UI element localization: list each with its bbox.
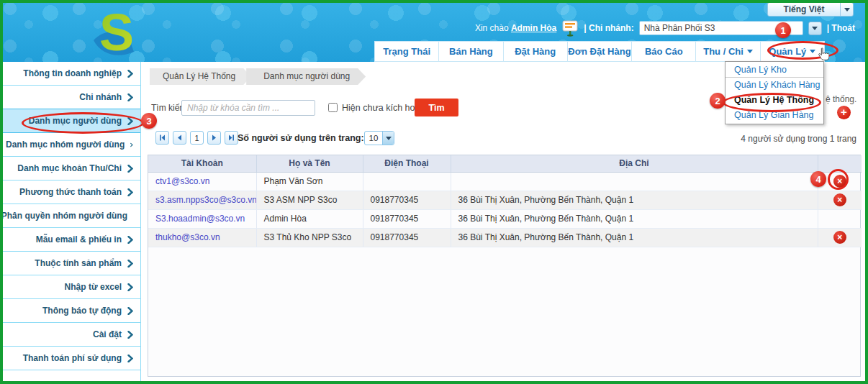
per-page-select[interactable]: 10 — [364, 131, 394, 145]
sidebar-item-label: Mẫu email & phiếu in — [36, 234, 122, 244]
sidebar-item[interactable]: Thông báo tự động — [3, 299, 140, 323]
pagination: 1 — [155, 131, 238, 145]
cell-phone — [363, 172, 451, 191]
language-select-label: Tiếng Việt — [768, 4, 840, 14]
nav-item[interactable]: Thu / Chi — [695, 42, 759, 61]
sidebar-item[interactable]: Cài đặt — [3, 323, 140, 347]
last-page-icon — [227, 134, 235, 142]
sidebar-item-label: Phương thức thanh toán — [19, 187, 122, 197]
nav-item[interactable]: Trạng Thái — [375, 42, 438, 61]
nav-item[interactable]: Đặt Hàng — [503, 42, 567, 61]
breadcrumb: Quản Lý Hệ Thống Danh mục người dùng — [150, 68, 366, 85]
delete-user-button[interactable]: × — [833, 231, 846, 244]
sidebar-item-label: Thông tin doanh nghiệp — [23, 68, 122, 78]
breadcrumb-level1[interactable]: Quản Lý Hệ Thống — [150, 68, 251, 85]
cell-address — [451, 172, 818, 191]
delete-user-button[interactable]: × — [833, 193, 846, 206]
nav-item-label: Bán Hàng — [449, 46, 493, 57]
menu-item[interactable]: Quản Lý Gian Hàng — [725, 108, 823, 123]
first-page-icon — [158, 134, 166, 142]
chevron-right-icon — [127, 283, 133, 291]
delete-user-button[interactable]: × — [833, 175, 846, 188]
nav-item[interactable]: Bán Hàng — [438, 42, 502, 61]
logout-link[interactable]: | Thoát — [827, 23, 855, 33]
last-page-button[interactable] — [225, 131, 238, 145]
next-page-button[interactable] — [207, 131, 221, 145]
sidebar-item[interactable]: Phương thức thanh toán — [3, 180, 140, 204]
cell-address: 36 Bùi Thị Xuân, Phường Bến Thành, Quận … — [451, 191, 818, 209]
chevron-right-icon — [127, 165, 133, 173]
cell-account-link[interactable]: S3.hoaadmin@s3co.vn — [155, 214, 245, 224]
menu-item[interactable]: Quản Lý Kho — [725, 63, 823, 78]
cell-account-link[interactable]: thukho@s3co.vn — [155, 232, 220, 242]
nav-item[interactable]: Báo Cáo — [631, 42, 695, 61]
branch-label: | Chi nhánh: — [584, 23, 633, 33]
sidebar-item[interactable]: Thuộc tính sản phẩm — [3, 252, 140, 275]
nav-item[interactable]: Đơn Đặt Hàng — [567, 42, 631, 61]
chevron-right-icon — [127, 260, 133, 268]
nav-item[interactable]: Quản Lý — [760, 42, 824, 61]
current-page-box[interactable]: 1 — [190, 131, 204, 145]
billboard-icon — [561, 20, 579, 37]
first-page-button[interactable] — [155, 131, 169, 145]
per-page-value: 10 — [365, 132, 382, 145]
table-row: S3.hoaadmin@s3co.vn Admin Hòa 0918770345… — [148, 209, 862, 228]
sidebar-item-label: Danh mục nhóm người dùng — [6, 140, 125, 150]
search-button[interactable]: Tìm — [415, 99, 458, 116]
user-profile-link[interactable]: Admin Hòa — [511, 23, 556, 33]
page-summary: 4 người sử dụng trong 1 trang — [741, 134, 856, 144]
cell-account-link[interactable]: ctv1@s3co.vn — [155, 176, 210, 186]
menu-item[interactable]: Quản Lý Khách Hàng — [725, 78, 823, 93]
sidebar-item[interactable]: Danh mục khoản Thu/Chi — [3, 157, 140, 180]
col-header-actions — [818, 155, 862, 172]
cell-name: Phạm Văn Sơn — [256, 172, 363, 191]
sidebar-item[interactable]: Mẫu email & phiếu in — [3, 228, 140, 252]
sidebar: Thông tin doanh nghiệp Chi nhánh Danh mụ… — [3, 62, 141, 381]
sidebar-item-label: Thanh toán phí sử dụng — [23, 353, 122, 363]
sidebar-item[interactable]: Nhập từ excel — [3, 275, 140, 299]
user-table-body: ctv1@s3co.vn Phạm Văn Sơn × s3.asm.npps3… — [148, 172, 862, 247]
greeting-text: Xin chào Admin Hòa — [475, 23, 556, 33]
caret-down-icon — [840, 3, 853, 16]
sidebar-item[interactable]: Thanh toán phí sử dụng — [3, 347, 140, 370]
menu-item-label: Quản Lý Hệ Thống — [734, 95, 814, 105]
chevron-right-icon — [127, 355, 133, 362]
search-input[interactable] — [181, 100, 315, 116]
breadcrumb-level2[interactable]: Danh mục người dùng — [246, 68, 366, 85]
language-select[interactable]: Tiếng Việt — [767, 2, 854, 17]
menu-item[interactable]: Quản Lý Hệ Thống — [725, 93, 823, 108]
sidebar-item[interactable]: Danh mục nhóm người dùng — [3, 133, 140, 157]
cell-account-link[interactable]: s3.asm.npps3co@s3co.vn — [155, 195, 256, 205]
x-icon: × — [837, 195, 842, 205]
sidebar-item[interactable]: Danh mục người dùng — [3, 109, 140, 133]
chevron-right-icon — [127, 236, 133, 244]
svg-text:S: S — [99, 4, 134, 60]
management-menu: Quản Lý Kho Quản Lý Khách Hàng Quản Lý H… — [725, 61, 824, 124]
menu-item-label: Quản Lý Khách Hàng — [734, 80, 820, 90]
cell-name: S3 Thủ Kho NPP S3co — [256, 228, 363, 247]
chevron-right-icon — [127, 93, 133, 101]
sidebar-item-label: Danh mục người dùng — [29, 116, 122, 126]
chevron-right-icon — [127, 117, 133, 125]
col-header-account: Tài Khoản — [148, 155, 256, 172]
show-inactive-label: Hiện chưa kích hoạt — [342, 103, 422, 113]
nav-item-label: Đơn Đặt Hàng — [568, 46, 630, 57]
prev-page-button[interactable] — [173, 131, 186, 145]
chevron-right-icon — [127, 331, 133, 339]
add-user-button[interactable]: + — [837, 106, 851, 119]
sidebar-item-label: Phân quyền nhóm người dùng — [1, 211, 127, 221]
user-table-container: Tài Khoản Họ và Tên Điện Thoại Địa Chỉ c… — [148, 155, 861, 377]
show-inactive-checkbox[interactable] — [328, 103, 338, 112]
plus-icon: + — [841, 106, 847, 118]
sidebar-item[interactable]: Thông tin doanh nghiệp — [3, 62, 140, 86]
s3-logo: S — [81, 3, 167, 60]
caret-down-icon — [382, 132, 394, 145]
chevron-right-icon — [127, 70, 133, 78]
sidebar-item[interactable]: Phân quyền nhóm người dùng — [3, 204, 140, 228]
sidebar-item-label: Thông báo tự động — [42, 306, 122, 316]
sidebar-item-label: Danh mục khoản Thu/Chi — [17, 163, 122, 173]
branch-caret-button[interactable] — [808, 22, 822, 35]
app-window: S Tiếng Việt Xin chào Admin Hòa | Chi nh… — [0, 0, 868, 384]
col-header-phone: Điện Thoại — [363, 155, 451, 172]
sidebar-item[interactable]: Chi nhánh — [3, 86, 140, 109]
